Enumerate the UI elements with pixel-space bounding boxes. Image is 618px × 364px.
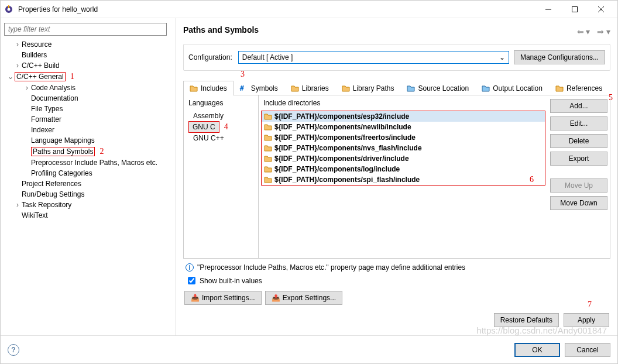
tree-formatter[interactable]: Formatter [4,114,172,125]
annotation-2: 2 [99,147,104,156]
include-folder-icon [264,176,272,184]
tree-project-refs[interactable]: Project References [4,178,172,189]
folder-icon [190,84,198,92]
import-settings-button[interactable]: 📥Import Settings... [184,291,262,305]
tree-run-debug[interactable]: Run/Debug Settings [4,189,172,200]
export-button[interactable]: Export [550,152,607,166]
annotation-7: 7 [588,300,592,310]
annotation-1: 1 [70,72,74,81]
page-title: Paths and Symbols [183,25,577,35]
show-builtin-label: Show built-in values [200,277,262,285]
language-item[interactable]: GNU C++ [188,133,253,143]
import-icon: 📥 [191,294,200,302]
tree-wikitext[interactable]: WikiText [4,210,172,221]
include-item[interactable]: ${IDF_PATH}/components/driver/include [262,153,545,164]
annotation-6: 6 [530,175,534,184]
includes-title: Include directories [261,99,545,111]
tree-task-repo[interactable]: ›Task Repository [4,200,172,210]
hash-icon: # [240,84,248,92]
edit-button[interactable]: Edit... [550,116,607,131]
info-text: "Preprocessor Include Paths, Macros etc.… [197,263,465,272]
annotation-3: 3 [241,70,245,79]
nav-arrows[interactable]: ⇐ ▾ ⇒ ▾ [577,27,610,36]
config-label: Configuration: [188,53,232,61]
export-icon: 📤 [272,294,280,302]
include-item[interactable]: ${IDF_PATH}/components/log/include [262,164,545,174]
folder-icon [555,84,564,92]
property-tree[interactable]: ›Resource Builders ›C/C++ Build ⌄C/C++ G… [4,39,172,331]
svg-point-1 [8,8,11,11]
tab-references[interactable]: References [549,81,609,95]
tab-output-location[interactable]: Output Location [475,81,549,95]
chevron-down-icon: ⌄ [499,53,505,61]
tree-resource[interactable]: ›Resource [4,39,172,50]
include-folder-icon [264,165,272,173]
folder-icon [407,84,415,92]
include-folder-icon [264,112,272,121]
include-item[interactable]: ${IDF_PATH}/components/spi_flash/include [262,174,545,185]
show-builtin-checkbox[interactable] [188,277,195,284]
tree-profiling[interactable]: Profiling Categories [4,168,172,178]
folder-icon [342,84,350,92]
ok-button[interactable]: OK [514,343,560,357]
folder-icon [482,84,490,92]
tree-paths-symbols[interactable]: Paths and Symbols2 [4,146,172,157]
include-item[interactable]: ${IDF_PATH}/components/newlib/include [262,122,545,132]
delete-button[interactable]: Delete [550,134,607,148]
include-folder-icon [264,133,272,142]
annotation-4: 4 [224,122,228,132]
window-title: Properties for hello_world [16,5,535,13]
tree-file-types[interactable]: File Types [4,104,172,114]
language-item[interactable]: GNU C [188,121,219,133]
include-item[interactable]: ${IDF_PATH}/components/nvs_flash/include [262,143,545,153]
include-list[interactable]: ${IDF_PATH}/components/esp32/include ${I… [261,111,545,186]
include-item[interactable]: ${IDF_PATH}/components/freertos/include [262,132,545,143]
svg-rect-4 [572,6,577,12]
tree-builders[interactable]: Builders [4,50,172,60]
tree-preproc[interactable]: Preprocessor Include Paths, Macros etc. [4,157,172,168]
tree-documentation[interactable]: Documentation [4,93,172,104]
tab-bar: Includes # Symbols Libraries Library Pat… [183,80,610,95]
tree-language-mappings[interactable]: Language Mappings [4,135,172,146]
apply-button[interactable]: Apply [564,313,609,327]
restore-defaults-button[interactable]: Restore Defaults [494,313,559,327]
manage-configs-button[interactable]: Manage Configurations... [514,50,605,64]
tree-ccgeneral[interactable]: ⌄C/C++ General1 [4,71,172,83]
close-button[interactable] [588,1,614,18]
folder-icon [291,84,299,92]
app-icon [4,5,13,14]
move-up-button[interactable]: Move Up [550,178,607,193]
include-folder-icon [264,144,272,152]
tab-libraries[interactable]: Libraries [284,81,335,95]
svg-rect-2 [8,5,9,8]
tree-code-analysis[interactable]: ›Code Analysis [4,83,172,93]
tab-source-location[interactable]: Source Location [400,81,475,95]
annotation-5: 5 [609,93,613,102]
minimize-button[interactable] [535,1,561,18]
language-item[interactable]: Assembly [188,111,253,121]
move-down-button[interactable]: Move Down [550,196,607,210]
cancel-button[interactable]: Cancel [565,343,610,357]
export-settings-button[interactable]: 📤Export Settings... [265,291,342,305]
tab-includes[interactable]: Includes [183,81,234,95]
maximize-button[interactable] [561,1,588,18]
filter-input[interactable] [4,23,167,36]
include-item[interactable]: ${IDF_PATH}/components/esp32/include [262,111,545,122]
tab-library-paths[interactable]: Library Paths [335,81,401,95]
help-button[interactable]: ? [8,344,19,356]
tree-ccbuild[interactable]: ›C/C++ Build [4,60,172,71]
include-folder-icon [264,154,272,163]
tab-symbols[interactable]: # Symbols [234,81,284,95]
include-folder-icon [264,123,272,131]
info-icon: i [186,263,194,272]
languages-title: Languages [188,99,253,111]
tree-indexer[interactable]: Indexer [4,125,172,135]
add-button[interactable]: Add... [550,99,607,113]
configuration-select[interactable]: Default [ Active ] ⌄ [238,51,509,64]
